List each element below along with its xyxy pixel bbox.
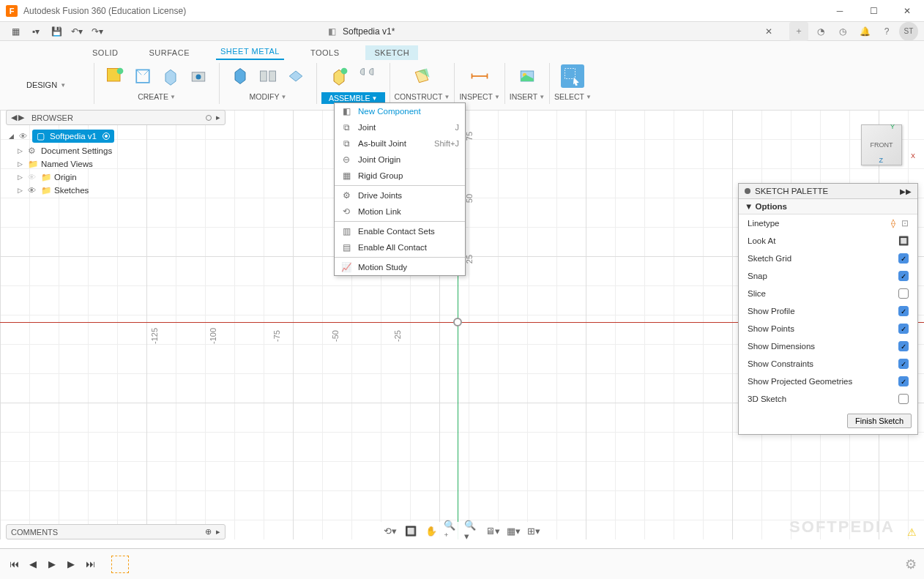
palette-row-linetype[interactable]: Linetype⟠⊡ [739, 214, 917, 232]
palette-row-look-at[interactable]: Look At🔲 [739, 232, 917, 250]
checkbox[interactable]: ✓ [898, 324, 909, 334]
fit-button[interactable]: 🔍▾ [464, 523, 480, 538]
viewport-button[interactable]: ⊞▾ [526, 523, 542, 538]
palette-row-show-points[interactable]: Show Points✓ [739, 320, 917, 337]
document-tab[interactable]: ◧ Softpedia v1* [328, 26, 395, 37]
menu-enable-all-contact[interactable]: ▤Enable All Contact [335, 239, 465, 255]
checkbox[interactable]: ✓ [898, 253, 909, 264]
workspace-switcher[interactable]: DESIGN▼ [6, 63, 86, 107]
palette-row-show-dimensions[interactable]: Show Dimensions✓ [739, 337, 917, 355]
help-button[interactable]: ? [877, 22, 896, 41]
checkbox[interactable]: ✓ [898, 376, 909, 386]
menu-enable-contact-sets[interactable]: ▥Enable Contact Sets [335, 223, 465, 239]
inspect-label[interactable]: INSPECT▼ [459, 92, 499, 101]
file-menu-button[interactable]: ▪▾ [26, 23, 45, 40]
menu-motion-study[interactable]: 📈Motion Study [335, 259, 465, 275]
checkbox[interactable]: ✓ [898, 359, 909, 369]
select-icon[interactable] [561, 64, 584, 88]
press-pull-icon[interactable] [228, 64, 252, 88]
add-comment-icon[interactable]: ⊕ [205, 527, 212, 537]
tab-surface[interactable]: SURFACE [145, 45, 194, 60]
measure-icon[interactable] [468, 64, 491, 88]
menu-rigid-group[interactable]: ▦Rigid Group [335, 168, 465, 184]
close-button[interactable]: ✕ [890, 0, 924, 22]
construct-label[interactable]: CONSTRUCT▼ [395, 92, 450, 101]
palette-row-show-constraints[interactable]: Show Constraints✓ [739, 355, 917, 373]
tree-item-namedviews[interactable]: ▷📁Named Views [15, 157, 226, 171]
timeline-next[interactable]: ▶ [64, 558, 78, 571]
timeline-settings[interactable]: ⚙ [905, 556, 917, 572]
user-avatar[interactable]: ST [899, 22, 918, 41]
pan-button[interactable]: ✋ [423, 523, 439, 538]
palette-row-3d-sketch[interactable]: 3D Sketch [739, 390, 917, 408]
browser-header[interactable]: ◀▶ BROWSER ▸ [6, 110, 226, 125]
job-status-button[interactable]: ◷ [833, 22, 852, 41]
tree-item-sketches[interactable]: ▷👁📁Sketches [15, 184, 226, 197]
menu-joint-origin[interactable]: ⊖Joint Origin [335, 152, 465, 168]
hole-icon[interactable] [187, 64, 210, 88]
display-button[interactable]: 🖥▾ [485, 523, 501, 538]
modify-label[interactable]: MODIFY▼ [250, 92, 287, 101]
new-component-icon[interactable] [327, 64, 351, 88]
timeline-start[interactable]: ⏮ [7, 558, 21, 571]
extrude-icon[interactable] [159, 64, 182, 88]
palette-section[interactable]: ▼ Options [739, 199, 917, 214]
select-label[interactable]: SELECT▼ [554, 92, 592, 101]
minimize-button[interactable]: ─ [823, 0, 857, 22]
palette-row-sketch-grid[interactable]: Sketch Grid✓ [739, 250, 917, 267]
tab-sheetmetal[interactable]: SHEET METAL [216, 44, 284, 60]
flange-icon[interactable] [131, 64, 154, 88]
unfold-icon[interactable] [256, 64, 280, 88]
palette-row-show-projected-geometries[interactable]: Show Projected Geometries✓ [739, 373, 917, 390]
close-tab-button[interactable]: ✕ [754, 26, 783, 37]
checkbox[interactable]: ✓ [898, 271, 909, 281]
construct-plane-icon[interactable] [410, 64, 433, 88]
new-sketch-icon[interactable] [103, 64, 127, 88]
menu-joint[interactable]: ⧉JointJ [335, 119, 465, 135]
checkbox[interactable]: ✓ [898, 341, 909, 351]
menu-motion-link[interactable]: ⟲Motion Link [335, 203, 465, 220]
tab-solid[interactable]: SOLID [88, 45, 123, 60]
timeline-end[interactable]: ⏭ [83, 558, 97, 571]
create-label[interactable]: CREATE▼ [138, 92, 176, 101]
insert-icon[interactable] [515, 64, 539, 88]
warning-icon[interactable]: ⚠ [907, 526, 917, 538]
comments-title: COMMENTS [11, 528, 58, 537]
insert-label[interactable]: INSERT▼ [510, 92, 545, 101]
look-at-button[interactable]: 🔲 [403, 523, 419, 538]
orbit-button[interactable]: ⟲▾ [382, 523, 398, 538]
grid-button[interactable]: ▦▾ [505, 523, 521, 538]
tab-sketch[interactable]: SKETCH [365, 45, 418, 60]
flat-pattern-icon[interactable] [284, 64, 308, 88]
comments-panel[interactable]: COMMENTS ⊕▸ [6, 524, 226, 539]
redo-button[interactable]: ↷▾ [88, 23, 107, 40]
timeline-feature[interactable] [111, 556, 129, 573]
finish-sketch-button[interactable]: Finish Sketch [847, 414, 912, 428]
tree-root[interactable]: ◢👁 ▢Softpedia v1 [6, 128, 226, 144]
palette-row-snap[interactable]: Snap✓ [739, 267, 917, 285]
group-modify: MODIFY▼ [224, 61, 312, 101]
timeline-prev[interactable]: ◀ [26, 558, 40, 571]
palette-row-slice[interactable]: Slice [739, 285, 917, 302]
tree-item-docsettings[interactable]: ▷⚙Document Settings [15, 144, 226, 157]
notifications-button[interactable]: 🔔 [855, 22, 874, 41]
maximize-button[interactable]: ☐ [857, 0, 890, 22]
menu-asbuilt-joint[interactable]: ⧉As-built JointShift+J [335, 135, 465, 152]
menu-new-component[interactable]: ◧New Component [335, 103, 465, 119]
undo-button[interactable]: ↶▾ [67, 23, 86, 40]
joint-icon[interactable] [355, 64, 379, 88]
palette-header[interactable]: SKETCH PALETTE▶▶ [739, 184, 917, 199]
checkbox[interactable]: ✓ [898, 306, 909, 316]
data-panel-button[interactable]: ▦ [6, 23, 25, 40]
zoom-button[interactable]: 🔍⁺ [444, 523, 460, 538]
checkbox[interactable] [898, 394, 909, 404]
tab-tools[interactable]: TOOLS [306, 45, 344, 60]
tree-item-origin[interactable]: ▷👁📁Origin [15, 171, 226, 184]
new-design-button[interactable]: ＋ [789, 22, 808, 41]
timeline-play[interactable]: ▶ [45, 558, 59, 571]
palette-row-show-profile[interactable]: Show Profile✓ [739, 302, 917, 320]
checkbox[interactable] [898, 288, 909, 299]
menu-drive-joints[interactable]: ⚙Drive Joints [335, 187, 465, 203]
extensions-button[interactable]: ◔ [811, 22, 830, 41]
save-button[interactable]: 💾 [47, 23, 66, 40]
